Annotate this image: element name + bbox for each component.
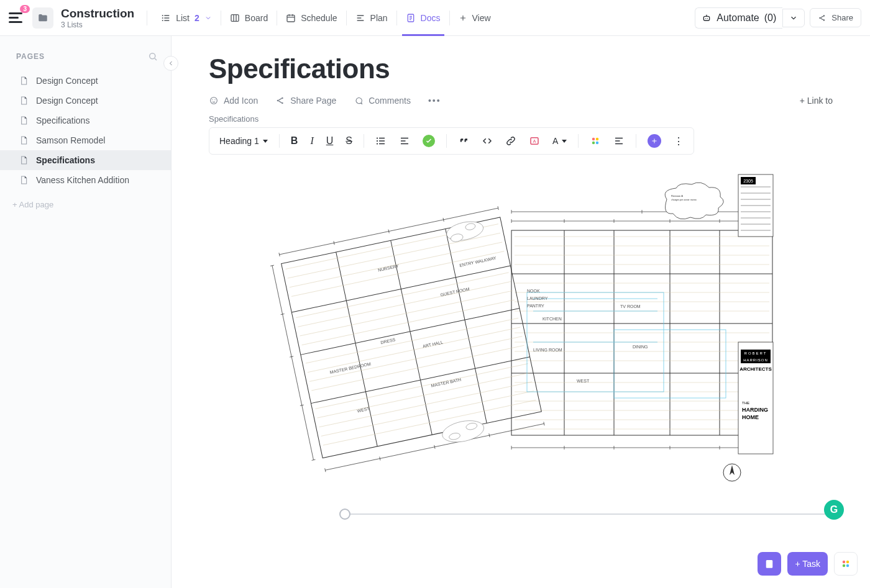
pages-heading: PAGES [16,52,45,61]
share-page-button[interactable]: Share Page [275,96,336,106]
align-button[interactable] [610,133,628,149]
checklist-button[interactable] [419,132,439,150]
top-bar: 3 Construction 3 Lists List 2 Board Sche… [0,0,870,36]
doc-content: Specifications Add Icon Share Page Comme… [172,36,870,588]
bold-button[interactable]: B [287,133,302,149]
svg-text:GUEST ROOM: GUEST ROOM [440,287,470,297]
comments-button[interactable]: Comments [354,96,411,106]
add-icon-button[interactable]: Add Icon [209,96,258,106]
code-button[interactable] [478,133,497,149]
smile-icon [209,96,219,106]
svg-text:DINING: DINING [633,345,648,349]
page-label: Samson Remodel [36,135,105,145]
heading-dropdown[interactable]: Heading 1 [216,133,272,148]
page-label: Design Concept [36,96,98,106]
svg-text:HARDING: HARDING [742,407,768,413]
bullet-list-button[interactable] [372,133,390,149]
highlight-colors-button[interactable] [586,133,605,149]
image-zoom-slider[interactable] [209,509,833,520]
page-icon [19,96,29,106]
plan-icon [355,13,365,23]
svg-text:LIVING ROOM: LIVING ROOM [533,348,562,352]
tab-add-view[interactable]: View [450,0,500,35]
numbered-list-button[interactable] [395,133,414,149]
menu-badge: 3 [20,5,30,13]
page-label: Specifications [36,155,95,165]
share-nodes-icon [275,96,285,106]
tab-plan[interactable]: Plan [347,0,396,35]
underline-button[interactable]: U [323,133,337,149]
svg-point-36 [441,417,486,445]
apps-fab[interactable] [834,552,858,576]
doc-title[interactable]: Specifications [209,53,833,84]
page-icon [19,115,29,125]
share-button[interactable]: Share [810,8,861,27]
sidebar-page-item[interactable]: Design Concept [0,91,171,111]
sidebar-page-item[interactable]: Specifications [0,111,171,130]
title-block: Construction 3 Lists [61,7,134,29]
svg-text:ART HALL: ART HALL [423,340,444,348]
breadcrumb[interactable]: Specifications [209,114,833,124]
tab-docs[interactable]: Docs [397,0,449,35]
notepad-fab[interactable] [758,552,781,576]
search-icon[interactable] [147,51,158,62]
automate-dropdown[interactable] [782,9,805,27]
page-icon [19,135,29,145]
slider-handle[interactable] [339,509,350,520]
sidebar-page-item[interactable]: Design Concept [0,71,171,91]
menu-button[interactable]: 3 [9,9,27,27]
svg-text:Revision A: Revision A [671,194,683,197]
page-icon [19,175,29,185]
toolbar-more-button[interactable]: ⋮ [670,133,687,150]
svg-text:WEST: WEST [357,406,370,413]
comment-icon [354,96,364,106]
text-color-button[interactable] [525,133,544,149]
link-to-button[interactable]: + Link to [800,96,833,106]
view-tabs: List 2 Board Schedule Plan Docs View [152,0,499,35]
page-label: Specifications [36,115,89,125]
collapse-sidebar-button[interactable] [163,56,178,71]
calendar-icon [286,13,296,23]
svg-text:2305: 2305 [743,179,753,183]
svg-text:ENTRY WALKWAY: ENTRY WALKWAY [459,256,497,268]
plus-icon [459,14,467,22]
svg-text:DRESS: DRESS [380,337,396,345]
board-icon [230,13,240,23]
share-icon [818,14,826,22]
floorplan-image[interactable]: NURSERY ENTRY WALKWAY GUEST ROOM ART HAL… [209,168,833,504]
link-button[interactable] [501,133,520,149]
svg-text:KITCHEN: KITCHEN [543,317,562,321]
strikethrough-button[interactable]: S [342,133,356,149]
quote-button[interactable] [454,133,473,149]
automate-button[interactable]: Automate (0) [695,7,805,29]
add-page-button[interactable]: + Add page [0,192,171,217]
list-icon [161,13,171,23]
svg-text:PANTRY: PANTRY [527,304,544,308]
sidebar: PAGES Design ConceptDesign ConceptSpecif… [0,36,172,588]
tab-schedule[interactable]: Schedule [277,0,346,35]
new-task-fab[interactable]: + Task [787,552,828,576]
robot-icon [702,13,712,23]
folder-icon[interactable] [32,7,53,29]
svg-text:HARRISON: HARRISON [743,358,768,362]
doc-icon [406,13,416,23]
tab-list[interactable]: List 2 [152,0,221,35]
svg-text:ARCHITECTS: ARCHITECTS [740,366,772,372]
tab-board[interactable]: Board [221,0,277,35]
sidebar-page-item[interactable]: Samson Remodel [0,130,171,150]
workspace-title[interactable]: Construction [61,7,134,20]
insert-button[interactable] [644,132,665,150]
svg-text:changes per owner review: changes per owner review [671,199,697,201]
plus-circle-icon [648,134,661,148]
font-dropdown[interactable]: A [549,133,570,148]
chevron-down-icon [204,14,212,22]
page-icon [19,76,29,86]
grammarly-badge[interactable]: G [824,500,844,520]
svg-text:LAUNDRY: LAUNDRY [527,296,548,301]
sidebar-page-item[interactable]: Vaness Kitchen Addition [0,170,171,190]
svg-text:ROBERT: ROBERT [744,351,767,355]
svg-text:WEST: WEST [577,379,590,383]
more-actions-button[interactable]: ••• [428,96,441,106]
sidebar-page-item[interactable]: Specifications [0,150,171,170]
italic-button[interactable]: I [306,133,317,149]
